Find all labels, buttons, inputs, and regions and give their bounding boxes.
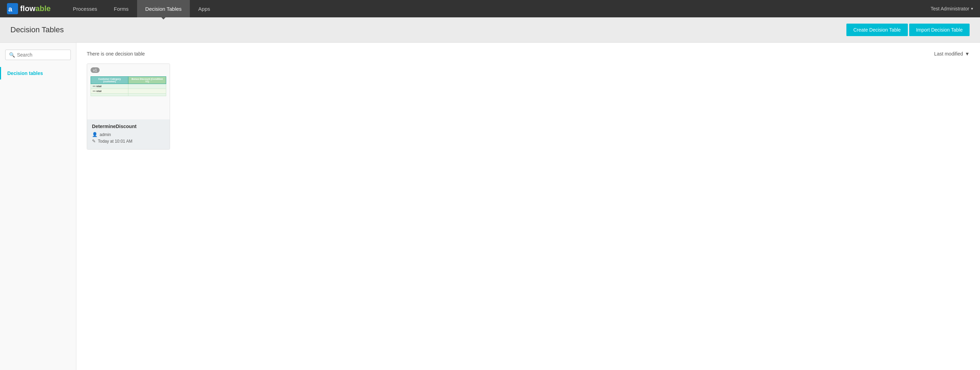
table-cell-input [91,94,129,96]
nav-decision-tables[interactable]: Decision Tables [137,0,190,18]
nav-forms[interactable]: Forms [105,0,137,18]
cards-grid: v1 Customer Category (customer) Bonus Di… [87,64,970,150]
person-icon: 👤 [92,132,97,137]
user-menu[interactable]: Test Administrator [931,6,973,11]
nav-links: Processes Forms Decision Tables Apps [65,0,931,18]
logo[interactable]: a flowable [7,3,51,14]
search-icon: 🔍 [9,52,15,57]
mini-table: Customer Category (customer) Bonus Disco… [91,77,166,96]
pencil-icon: ✎ [92,139,96,144]
table-row: == retail [91,84,166,89]
sidebar: 🔍 Decision tables [0,43,76,370]
table-cell-output [129,94,166,96]
mini-table-input-header: Customer Category (customer) [91,77,129,84]
create-decision-table-button[interactable]: Create Decision Table [846,24,908,36]
table-cell-output [129,84,166,89]
card-author: 👤 admin [92,132,165,137]
flowable-logo-icon: a [7,3,18,14]
search-input[interactable] [17,52,67,57]
result-count: There is one decision table [87,51,145,57]
modified-time: Today at 10:01 AM [98,139,132,144]
decision-table-card[interactable]: v1 Customer Category (customer) Bonus Di… [87,64,170,150]
main-layout: 🔍 Decision tables There is one decision … [0,43,980,370]
sort-control[interactable]: Last modified ▼ [934,51,970,57]
nav-apps[interactable]: Apps [190,0,218,18]
table-cell-output [129,89,166,94]
table-cell-input: == retail [91,89,129,94]
card-name: DetermineDiscount [92,124,165,129]
page-title: Decision Tables [10,26,64,34]
import-decision-table-button[interactable]: Import Decision Table [909,24,970,36]
navbar: a flowable Processes Forms Decision Tabl… [0,0,980,18]
logo-text: flowable [20,4,51,13]
card-thumbnail: v1 Customer Category (customer) Bonus Di… [87,64,170,120]
card-modified: ✎ Today at 10:01 AM [92,139,165,144]
sort-label: Last modified [934,51,963,57]
content-area: There is one decision table Last modifie… [76,43,980,370]
header-actions: Create Decision Table Import Decision Ta… [846,24,970,36]
table-row: == retail [91,89,166,94]
nav-processes[interactable]: Processes [65,0,105,18]
search-box[interactable]: 🔍 [5,49,71,60]
page-header: Decision Tables Create Decision Table Im… [0,18,980,43]
card-info: DetermineDiscount 👤 admin ✎ Today at 10:… [87,120,170,149]
sidebar-item-decision-tables[interactable]: Decision tables [0,67,76,80]
content-header: There is one decision table Last modifie… [87,51,970,57]
table-cell-input: == retail [91,84,129,89]
version-badge: v1 [91,67,100,73]
svg-text:a: a [8,5,13,13]
table-row [91,94,166,96]
mini-table-output-header: Bonus Discount (Condition V1) [129,77,166,84]
sort-arrow-icon: ▼ [965,51,970,57]
author-name: admin [100,132,111,137]
